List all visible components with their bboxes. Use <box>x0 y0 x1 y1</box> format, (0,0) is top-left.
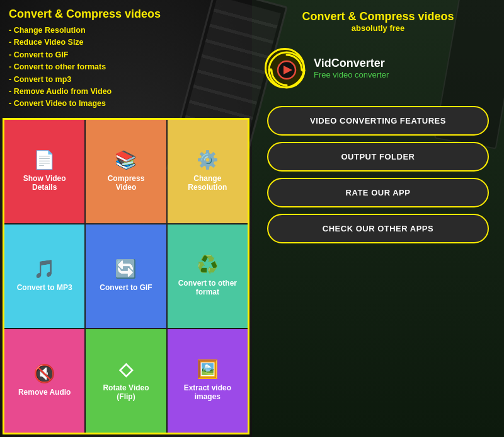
convert-other-format-label: Convert to other format <box>173 279 243 296</box>
right-header: Convert & Compress videos absolutly free <box>252 0 504 39</box>
compress-video-button[interactable]: 📚Compress Video <box>86 120 166 223</box>
compress-video-icon: 📚 <box>115 151 137 169</box>
show-video-details-label: Show Video Details <box>23 174 66 192</box>
convert-to-mp3-label: Convert to MP3 <box>17 283 72 292</box>
app-name: VidConverter <box>314 57 389 70</box>
convert-to-gif-icon: 🔄 <box>115 260 137 278</box>
rate-our-app-button[interactable]: RATE OUR APP <box>267 178 489 207</box>
feature-item: - Convert Video to Images <box>9 98 243 110</box>
rotate-video-icon: ◇ <box>119 361 133 378</box>
extract-images-label: Extract video images <box>184 383 231 401</box>
app-logo <box>265 48 305 88</box>
feature-item: - Convert to other formats <box>9 61 243 73</box>
show-video-details-button[interactable]: 📄Show Video Details <box>4 120 84 223</box>
convert-to-mp3-button[interactable]: 🎵Convert to MP3 <box>4 224 84 328</box>
convert-to-gif-button[interactable]: 🔄Convert to GIF <box>86 224 166 328</box>
features-list: - Change Resolution- Reduce Video Size- … <box>9 25 243 110</box>
change-resolution-label: Change Resolution <box>188 174 227 192</box>
compress-video-label: Compress Video <box>108 174 145 192</box>
app-tagline: Free video converter <box>314 70 389 79</box>
extract-images-icon: 🖼️ <box>197 361 219 378</box>
remove-audio-icon: 🔇 <box>33 365 55 383</box>
rotate-video-label: Rotate Video (Flip) <box>103 383 149 401</box>
app-info: VidConverter Free video converter <box>252 39 504 97</box>
app-name-block: VidConverter Free video converter <box>314 57 389 79</box>
remove-audio-label: Remove Audio <box>18 388 71 397</box>
right-subtitle: absolutly free <box>265 23 491 33</box>
convert-to-mp3-icon: 🎵 <box>33 260 55 278</box>
convert-to-gif-label: Convert to GIF <box>100 283 152 292</box>
rotate-video-button[interactable]: ◇Rotate Video (Flip) <box>86 329 166 433</box>
right-panel: Convert & Compress videos absolutly free… <box>252 0 504 437</box>
check-other-apps-button[interactable]: CHECK OUR OTHER APPS <box>267 214 489 243</box>
convert-other-format-icon: ♻️ <box>197 256 219 274</box>
video-converting-features-button[interactable]: VIDEO CONVERTING FEATURES <box>267 106 489 136</box>
show-video-details-icon: 📄 <box>33 151 55 169</box>
remove-audio-button[interactable]: 🔇Remove Audio <box>4 329 84 433</box>
feature-item: - Convert to mp3 <box>9 74 243 86</box>
left-title: Convert & Compress videos <box>9 8 243 21</box>
change-resolution-icon: ⚙️ <box>197 151 219 169</box>
feature-item: - Change Resolution <box>9 25 243 37</box>
extract-images-button[interactable]: 🖼️Extract video images <box>168 329 248 433</box>
action-buttons: VIDEO CONVERTING FEATURESOUTPUT FOLDERRA… <box>252 97 504 252</box>
feature-grid: 📄Show Video Details📚Compress Video⚙️Chan… <box>3 118 249 434</box>
logo-svg <box>266 50 307 90</box>
left-header: Convert & Compress videos - Change Resol… <box>0 0 252 115</box>
left-panel: Convert & Compress videos - Change Resol… <box>0 0 252 437</box>
feature-item: - Remove Audio from Video <box>9 86 243 98</box>
right-title: Convert & Compress videos <box>265 10 491 23</box>
convert-other-format-button[interactable]: ♻️Convert to other format <box>168 224 248 328</box>
change-resolution-button[interactable]: ⚙️Change Resolution <box>168 120 248 223</box>
feature-item: - Convert to GIF <box>9 49 243 61</box>
arrow-decoration <box>266 50 303 86</box>
feature-item: - Reduce Video Size <box>9 37 243 49</box>
output-folder-button[interactable]: OUTPUT FOLDER <box>267 142 489 172</box>
